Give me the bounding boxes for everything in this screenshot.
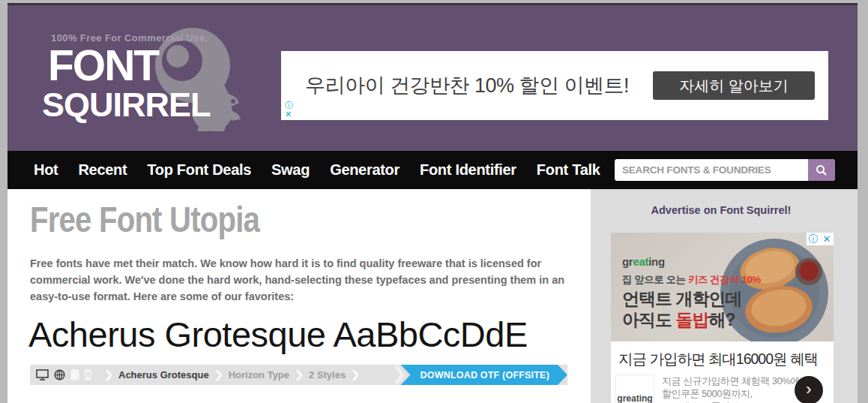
sidebar-ad[interactable]: ⓘ ✕ greating 집 앞으로 오는 키즈 건강식 10% 언택트 개학인… bbox=[611, 233, 834, 403]
font-sample-preview[interactable]: Acherus Grotesque AaBbCcDdE bbox=[28, 314, 528, 355]
main-content: Free Font Utopia Free fonts have met the… bbox=[7, 189, 591, 403]
search-icon bbox=[816, 164, 828, 176]
ad-close-icon[interactable]: ✕ bbox=[820, 233, 834, 245]
download-otf-button[interactable]: DOWNLOAD OTF (OFFSITE) bbox=[401, 365, 567, 385]
fontsquirrel-logo[interactable]: 100% Free For Commercial Use. FONT SQUIR… bbox=[42, 32, 211, 122]
search-input[interactable] bbox=[615, 159, 808, 181]
ad-desc-line: 할인쿠폰 5000원까지, bbox=[662, 387, 800, 400]
nav-item-font-talk[interactable]: Font Talk bbox=[537, 161, 600, 179]
logo-text-squirrel: SQUIRREL bbox=[42, 87, 211, 122]
nav-item-top-font-deals[interactable]: Top Font Deals bbox=[147, 161, 251, 179]
ad-info-icon[interactable]: ⓘ bbox=[285, 101, 293, 110]
font-toolbar: Acherus Grotesque Horizon Type 2 Styles … bbox=[30, 365, 567, 385]
globe-icon[interactable] bbox=[54, 369, 65, 380]
logo-text-font: FONT bbox=[48, 44, 211, 87]
sidebar-ad-image: ⓘ ✕ greating 집 앞으로 오는 키즈 건강식 10% 언택트 개학인… bbox=[611, 233, 834, 341]
ad-desc-line: 무료배송 쿠폰까지! bbox=[662, 400, 800, 403]
chevron-separator-icon bbox=[395, 365, 404, 385]
ad-desc-line: 지금 신규가입하면 체험팩 30%에 bbox=[662, 374, 800, 387]
font-name-link[interactable]: Acherus Grotesque bbox=[118, 369, 209, 380]
ad-next-button[interactable]: › bbox=[795, 376, 823, 403]
ad-close-icon[interactable]: ✕ bbox=[285, 110, 293, 119]
banner-ad-text: 우리아이 건강반찬 10% 할인 이벤트! bbox=[305, 72, 629, 99]
chevron-separator-icon bbox=[296, 369, 302, 381]
chevron-separator-icon bbox=[216, 369, 222, 381]
brand-logo-small: greating bbox=[615, 374, 654, 403]
foundry-link[interactable]: Horizon Type bbox=[229, 369, 289, 380]
ad-subline-red: 키즈 건강식 10% bbox=[688, 274, 761, 285]
sidebar-ad-footer: 지금 가입하면 최대16000원 혜택 greating 지금 신규가입하면 체… bbox=[611, 341, 834, 403]
main-nav: Hot Recent Top Font Deals Swag Generator… bbox=[7, 151, 858, 189]
download-area: DOWNLOAD OTF (OFFSITE) bbox=[395, 365, 567, 385]
ad-headline-red: 돌밥 bbox=[675, 310, 708, 329]
sidebar: Advertise on Font Squirrel! ⓘ ✕ gre bbox=[591, 189, 858, 403]
adchoices-controls: ⓘ ✕ bbox=[807, 233, 834, 245]
page-title: Free Font Utopia bbox=[30, 198, 259, 240]
search-box bbox=[615, 159, 835, 181]
ad-info-icon[interactable]: ⓘ bbox=[807, 233, 820, 245]
ad-description: 지금 신규가입하면 체험팩 30%에 할인쿠폰 5000원까지, 무료배송 쿠폰… bbox=[662, 374, 800, 403]
chevron-separator-icon bbox=[106, 369, 112, 381]
chevron-right-icon: › bbox=[806, 380, 811, 399]
brand-part: gr bbox=[622, 255, 633, 268]
ad-headline-part: 아직도 bbox=[622, 310, 675, 329]
preview-device-toggles bbox=[36, 369, 91, 380]
ad-offer-headline: 지금 가입하면 최대16000원 혜택 bbox=[618, 349, 818, 369]
site-header: 100% Free For Commercial Use. FONT SQUIR… bbox=[7, 3, 858, 151]
brand-part: eat bbox=[633, 255, 648, 268]
ad-headline-part: 해? bbox=[708, 310, 735, 329]
styles-count: 2 Styles bbox=[309, 369, 346, 380]
tablet-icon[interactable] bbox=[70, 369, 79, 380]
nav-item-font-identifier[interactable]: Font Identifier bbox=[420, 161, 516, 179]
search-button[interactable] bbox=[808, 159, 835, 181]
ad-subline-dark: 집 앞으로 오는 bbox=[622, 274, 688, 285]
nav-item-recent[interactable]: Recent bbox=[78, 161, 127, 179]
brand-part: ing bbox=[648, 255, 665, 268]
header-banner-ad[interactable]: 우리아이 건강반찬 10% 할인 이벤트! 자세히 알아보기 ⓘ ✕ bbox=[281, 51, 828, 120]
chevron-separator-icon bbox=[352, 369, 358, 381]
ad-headline-2: 아직도 돌밥해? bbox=[622, 308, 735, 332]
advertise-link[interactable]: Advertise on Font Squirrel! bbox=[591, 204, 852, 216]
intro-paragraph: Free fonts have met their match. We know… bbox=[30, 255, 567, 305]
nav-item-hot[interactable]: Hot bbox=[34, 161, 58, 179]
ad-subline: 집 앞으로 오는 키즈 건강식 10% bbox=[622, 273, 761, 287]
phone-icon[interactable] bbox=[85, 369, 91, 380]
ad-headline-1: 언택트 개학인데 bbox=[622, 287, 741, 311]
banner-ad-cta-button[interactable]: 자세히 알아보기 bbox=[653, 71, 815, 100]
nav-item-swag[interactable]: Swag bbox=[271, 161, 310, 179]
brand-logo: greating bbox=[622, 255, 665, 268]
page-container: 100% Free For Commercial Use. FONT SQUIR… bbox=[7, 0, 858, 403]
brand-small-text: greating bbox=[617, 393, 652, 403]
adchoices-controls: ⓘ ✕ bbox=[285, 101, 293, 119]
nav-item-generator[interactable]: Generator bbox=[330, 161, 400, 179]
desktop-icon[interactable] bbox=[36, 369, 49, 380]
